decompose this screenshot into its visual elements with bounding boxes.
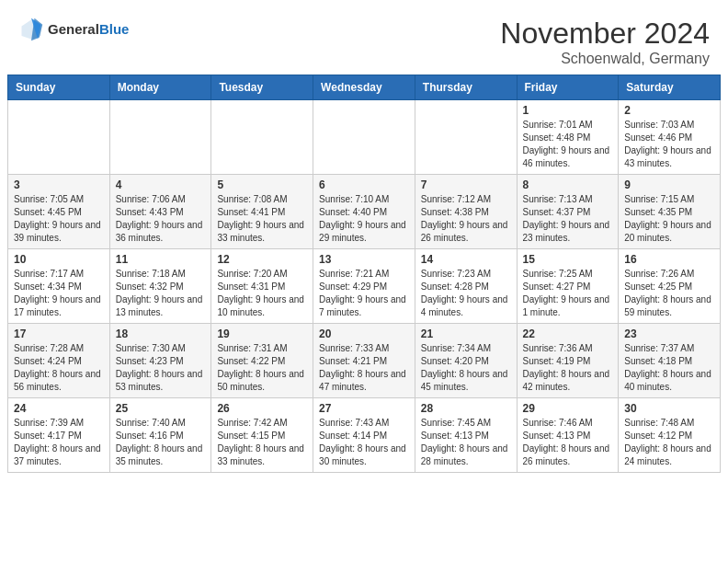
day-number: 10 xyxy=(14,253,104,266)
calendar-cell: 30Sunrise: 7:48 AMSunset: 4:12 PMDayligh… xyxy=(619,398,721,473)
day-number: 19 xyxy=(217,327,307,340)
weekday-header-wednesday: Wednesday xyxy=(313,75,415,100)
day-info: Sunrise: 7:01 AMSunset: 4:48 PMDaylight:… xyxy=(523,119,613,170)
calendar-cell: 18Sunrise: 7:30 AMSunset: 4:23 PMDayligh… xyxy=(109,324,211,398)
day-info: Sunrise: 7:28 AMSunset: 4:24 PMDaylight:… xyxy=(14,342,104,394)
day-number: 13 xyxy=(319,253,409,266)
weekday-header-monday: Monday xyxy=(109,75,211,100)
calendar-cell: 5Sunrise: 7:08 AMSunset: 4:41 PMDaylight… xyxy=(211,175,313,249)
day-number: 30 xyxy=(624,402,714,415)
calendar-cell: 1Sunrise: 7:01 AMSunset: 4:48 PMDaylight… xyxy=(517,100,619,175)
day-number: 17 xyxy=(14,327,104,340)
weekday-header-friday: Friday xyxy=(517,75,619,100)
day-number: 22 xyxy=(523,327,613,340)
day-info: Sunrise: 7:42 AMSunset: 4:15 PMDaylight:… xyxy=(217,417,307,468)
day-number: 8 xyxy=(523,178,613,191)
day-info: Sunrise: 7:20 AMSunset: 4:31 PMDaylight:… xyxy=(217,268,307,319)
calendar-week-row: 10Sunrise: 7:17 AMSunset: 4:34 PMDayligh… xyxy=(8,249,721,324)
day-info: Sunrise: 7:17 AMSunset: 4:34 PMDaylight:… xyxy=(14,268,104,319)
calendar-cell: 21Sunrise: 7:34 AMSunset: 4:20 PMDayligh… xyxy=(415,324,517,398)
weekday-header-tuesday: Tuesday xyxy=(211,75,313,100)
day-info: Sunrise: 7:40 AMSunset: 4:16 PMDaylight:… xyxy=(116,417,206,468)
calendar-cell: 10Sunrise: 7:17 AMSunset: 4:34 PMDayligh… xyxy=(8,249,110,324)
calendar-cell: 12Sunrise: 7:20 AMSunset: 4:31 PMDayligh… xyxy=(211,249,313,324)
day-info: Sunrise: 7:39 AMSunset: 4:17 PMDaylight:… xyxy=(14,417,104,468)
weekday-header-thursday: Thursday xyxy=(415,75,517,100)
calendar-cell: 29Sunrise: 7:46 AMSunset: 4:13 PMDayligh… xyxy=(517,398,619,473)
calendar-cell: 3Sunrise: 7:05 AMSunset: 4:45 PMDaylight… xyxy=(8,175,110,249)
day-number: 23 xyxy=(624,327,714,340)
day-info: Sunrise: 7:30 AMSunset: 4:23 PMDaylight:… xyxy=(116,342,206,394)
calendar-week-row: 3Sunrise: 7:05 AMSunset: 4:45 PMDaylight… xyxy=(8,175,721,249)
day-number: 28 xyxy=(421,402,511,415)
calendar-cell: 13Sunrise: 7:21 AMSunset: 4:29 PMDayligh… xyxy=(313,249,415,324)
calendar-table: SundayMondayTuesdayWednesdayThursdayFrid… xyxy=(7,75,721,473)
day-info: Sunrise: 7:37 AMSunset: 4:18 PMDaylight:… xyxy=(624,342,714,394)
calendar-cell xyxy=(415,100,517,175)
calendar-cell: 6Sunrise: 7:10 AMSunset: 4:40 PMDaylight… xyxy=(313,175,415,249)
day-number: 18 xyxy=(116,327,206,340)
calendar-cell xyxy=(8,100,110,175)
day-number: 3 xyxy=(14,178,104,191)
calendar-cell xyxy=(211,100,313,175)
day-number: 24 xyxy=(14,402,104,415)
day-info: Sunrise: 7:08 AMSunset: 4:41 PMDaylight:… xyxy=(217,193,307,245)
calendar-cell: 9Sunrise: 7:15 AMSunset: 4:35 PMDaylight… xyxy=(619,175,721,249)
calendar-cell: 7Sunrise: 7:12 AMSunset: 4:38 PMDaylight… xyxy=(415,175,517,249)
calendar-week-row: 1Sunrise: 7:01 AMSunset: 4:48 PMDaylight… xyxy=(8,100,721,175)
calendar-cell: 22Sunrise: 7:36 AMSunset: 4:19 PMDayligh… xyxy=(517,324,619,398)
day-number: 29 xyxy=(523,402,613,415)
day-number: 21 xyxy=(421,327,511,340)
calendar-cell: 26Sunrise: 7:42 AMSunset: 4:15 PMDayligh… xyxy=(211,398,313,473)
calendar-body: 1Sunrise: 7:01 AMSunset: 4:48 PMDaylight… xyxy=(8,100,721,473)
header: GeneralBlue November 2024 Schoenwald, Ge… xyxy=(0,0,728,75)
day-number: 12 xyxy=(217,253,307,266)
calendar-header: SundayMondayTuesdayWednesdayThursdayFrid… xyxy=(8,75,721,100)
day-number: 16 xyxy=(624,253,714,266)
day-number: 9 xyxy=(624,178,714,191)
day-info: Sunrise: 7:45 AMSunset: 4:13 PMDaylight:… xyxy=(421,417,511,468)
day-info: Sunrise: 7:21 AMSunset: 4:29 PMDaylight:… xyxy=(319,268,409,319)
logo: GeneralBlue xyxy=(18,17,129,42)
day-info: Sunrise: 7:31 AMSunset: 4:22 PMDaylight:… xyxy=(217,342,307,394)
day-number: 27 xyxy=(319,402,409,415)
day-info: Sunrise: 7:15 AMSunset: 4:35 PMDaylight:… xyxy=(624,193,714,245)
calendar-cell: 4Sunrise: 7:06 AMSunset: 4:43 PMDaylight… xyxy=(109,175,211,249)
day-number: 26 xyxy=(217,402,307,415)
calendar-cell: 14Sunrise: 7:23 AMSunset: 4:28 PMDayligh… xyxy=(415,249,517,324)
location-title: Schoenwald, Germany xyxy=(500,51,710,67)
calendar-cell: 17Sunrise: 7:28 AMSunset: 4:24 PMDayligh… xyxy=(8,324,110,398)
calendar-cell: 24Sunrise: 7:39 AMSunset: 4:17 PMDayligh… xyxy=(8,398,110,473)
calendar-week-row: 24Sunrise: 7:39 AMSunset: 4:17 PMDayligh… xyxy=(8,398,721,473)
day-number: 6 xyxy=(319,178,409,191)
day-info: Sunrise: 7:33 AMSunset: 4:21 PMDaylight:… xyxy=(319,342,409,394)
calendar-cell: 25Sunrise: 7:40 AMSunset: 4:16 PMDayligh… xyxy=(109,398,211,473)
day-info: Sunrise: 7:43 AMSunset: 4:14 PMDaylight:… xyxy=(319,417,409,468)
day-number: 20 xyxy=(319,327,409,340)
day-info: Sunrise: 7:13 AMSunset: 4:37 PMDaylight:… xyxy=(523,193,613,245)
day-info: Sunrise: 7:23 AMSunset: 4:28 PMDaylight:… xyxy=(421,268,511,319)
calendar-cell: 2Sunrise: 7:03 AMSunset: 4:46 PMDaylight… xyxy=(619,100,721,175)
day-info: Sunrise: 7:05 AMSunset: 4:45 PMDaylight:… xyxy=(14,193,104,245)
day-number: 1 xyxy=(523,104,613,117)
day-number: 25 xyxy=(116,402,206,415)
day-info: Sunrise: 7:46 AMSunset: 4:13 PMDaylight:… xyxy=(523,417,613,468)
day-info: Sunrise: 7:06 AMSunset: 4:43 PMDaylight:… xyxy=(116,193,206,245)
day-number: 5 xyxy=(217,178,307,191)
weekday-header-sunday: Sunday xyxy=(8,75,110,100)
day-info: Sunrise: 7:12 AMSunset: 4:38 PMDaylight:… xyxy=(421,193,511,245)
calendar-cell xyxy=(313,100,415,175)
calendar-cell: 23Sunrise: 7:37 AMSunset: 4:18 PMDayligh… xyxy=(619,324,721,398)
day-number: 15 xyxy=(523,253,613,266)
weekday-header-saturday: Saturday xyxy=(619,75,721,100)
calendar-cell: 11Sunrise: 7:18 AMSunset: 4:32 PMDayligh… xyxy=(109,249,211,324)
title-area: November 2024 Schoenwald, Germany xyxy=(500,17,710,67)
day-info: Sunrise: 7:18 AMSunset: 4:32 PMDaylight:… xyxy=(116,268,206,319)
day-number: 2 xyxy=(624,104,714,117)
logo-text-blue: Blue xyxy=(99,21,130,37)
day-number: 11 xyxy=(116,253,206,266)
day-info: Sunrise: 7:34 AMSunset: 4:20 PMDaylight:… xyxy=(421,342,511,394)
day-info: Sunrise: 7:48 AMSunset: 4:12 PMDaylight:… xyxy=(624,417,714,468)
calendar-week-row: 17Sunrise: 7:28 AMSunset: 4:24 PMDayligh… xyxy=(8,324,721,398)
calendar-cell: 20Sunrise: 7:33 AMSunset: 4:21 PMDayligh… xyxy=(313,324,415,398)
